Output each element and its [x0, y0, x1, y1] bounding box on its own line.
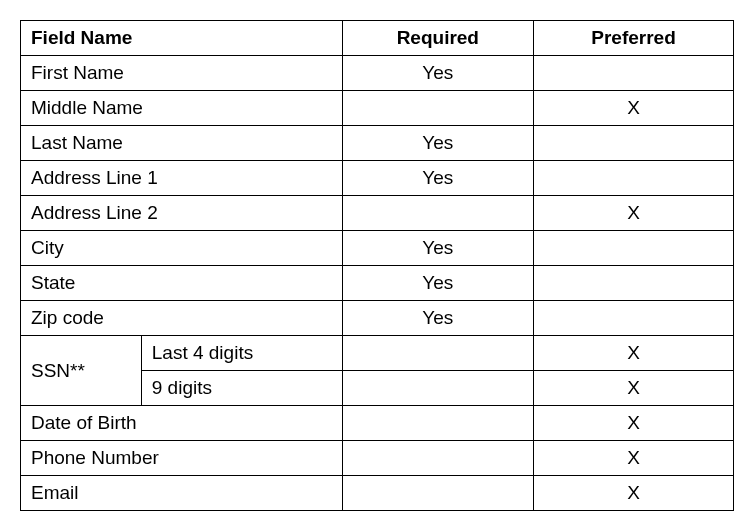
- preferred-cell: X: [534, 371, 734, 406]
- required-cell: [342, 91, 533, 126]
- header-preferred: Preferred: [534, 21, 734, 56]
- table-header-row: Field Name Required Preferred: [21, 21, 734, 56]
- field-label: Zip code: [21, 301, 343, 336]
- field-label: First Name: [21, 56, 343, 91]
- table-row: Date of Birth X: [21, 406, 734, 441]
- table-row: Last Name Yes: [21, 126, 734, 161]
- field-requirements-table: Field Name Required Preferred First Name…: [20, 20, 734, 511]
- preferred-cell: [534, 126, 734, 161]
- table-row: First Name Yes: [21, 56, 734, 91]
- table-row: Address Line 2 X: [21, 196, 734, 231]
- preferred-cell: X: [534, 196, 734, 231]
- table-row: Email X: [21, 476, 734, 511]
- header-field-name: Field Name: [21, 21, 343, 56]
- preferred-cell: X: [534, 336, 734, 371]
- field-label: Phone Number: [21, 441, 343, 476]
- field-label: Date of Birth: [21, 406, 343, 441]
- preferred-cell: [534, 301, 734, 336]
- required-cell: Yes: [342, 231, 533, 266]
- required-cell: Yes: [342, 126, 533, 161]
- preferred-cell: X: [534, 406, 734, 441]
- required-cell: [342, 196, 533, 231]
- table-row: SSN** Last 4 digits X: [21, 336, 734, 371]
- field-label: Address Line 2: [21, 196, 343, 231]
- table-row: City Yes: [21, 231, 734, 266]
- preferred-cell: X: [534, 476, 734, 511]
- required-cell: Yes: [342, 56, 533, 91]
- field-label-ssn-last4: Last 4 digits: [141, 336, 342, 371]
- field-label: Email: [21, 476, 343, 511]
- preferred-cell: [534, 266, 734, 301]
- field-label: State: [21, 266, 343, 301]
- table-row: State Yes: [21, 266, 734, 301]
- required-cell: [342, 476, 533, 511]
- required-cell: [342, 371, 533, 406]
- required-cell: [342, 441, 533, 476]
- field-label: City: [21, 231, 343, 266]
- preferred-cell: [534, 56, 734, 91]
- table-row: Phone Number X: [21, 441, 734, 476]
- preferred-cell: X: [534, 91, 734, 126]
- field-label-ssn-group: SSN**: [21, 336, 142, 406]
- preferred-cell: [534, 231, 734, 266]
- required-cell: Yes: [342, 301, 533, 336]
- required-cell: Yes: [342, 161, 533, 196]
- table-row: Zip code Yes: [21, 301, 734, 336]
- table-row: Address Line 1 Yes: [21, 161, 734, 196]
- required-cell: [342, 406, 533, 441]
- required-cell: [342, 336, 533, 371]
- required-cell: Yes: [342, 266, 533, 301]
- field-label-ssn-9: 9 digits: [141, 371, 342, 406]
- field-label: Address Line 1: [21, 161, 343, 196]
- preferred-cell: [534, 161, 734, 196]
- field-label: Last Name: [21, 126, 343, 161]
- header-required: Required: [342, 21, 533, 56]
- preferred-cell: X: [534, 441, 734, 476]
- table-row: Middle Name X: [21, 91, 734, 126]
- field-label: Middle Name: [21, 91, 343, 126]
